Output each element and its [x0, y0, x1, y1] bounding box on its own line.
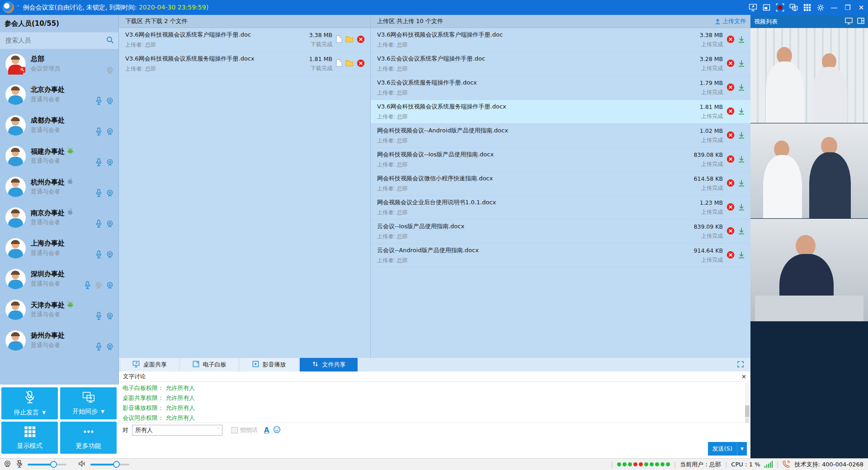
participant-row[interactable]: 深圳办事处普通与会者 — [0, 264, 119, 295]
send-button[interactable]: 发送(S) — [708, 442, 737, 456]
participant-row[interactable]: 福建办事处普通与会者 — [0, 141, 119, 172]
delete-icon[interactable] — [726, 83, 735, 93]
video-thumbnail[interactable] — [750, 219, 868, 322]
participant-row[interactable]: 总部会议管理员 — [0, 49, 119, 80]
camera-icon[interactable] — [106, 312, 113, 321]
start-sync-button[interactable]: 开始同步▼ — [60, 387, 117, 419]
expand-fullscreen-icon[interactable] — [737, 361, 744, 369]
upload-file-row[interactable]: V3.6网会科技视频会议系统服务端操作手册.docx上传者: 总部 1.81 M… — [371, 100, 750, 124]
camera-icon[interactable] — [95, 282, 102, 291]
send-options-caret[interactable]: ▼ — [737, 442, 747, 456]
participant-search-input[interactable]: 搜索人员 — [0, 33, 118, 49]
download-icon[interactable] — [738, 132, 745, 140]
download-icon[interactable] — [738, 36, 745, 44]
delete-icon[interactable] — [726, 131, 735, 141]
upload-file-button[interactable]: 上传文件 — [715, 17, 746, 25]
mic-muted-status-icon[interactable] — [16, 460, 23, 469]
window-mode-icon[interactable] — [760, 0, 773, 15]
recipient-select[interactable]: 所有人˅ — [132, 425, 222, 436]
stop-speaking-button[interactable]: 停止发言▼ — [1, 387, 58, 419]
camera-icon[interactable] — [106, 189, 113, 198]
download-icon[interactable] — [738, 251, 745, 260]
open-folder-icon[interactable] — [345, 36, 354, 44]
upload-file-row[interactable]: 网会科技视频会议--Android版产品使用指南.docx上传者: 总部 1.0… — [371, 124, 750, 148]
download-icon[interactable] — [738, 108, 745, 116]
open-folder-icon[interactable] — [345, 60, 354, 68]
mic-icon[interactable] — [95, 343, 102, 352]
download-icon[interactable] — [738, 155, 745, 164]
delete-icon[interactable] — [726, 203, 735, 212]
mic-icon[interactable] — [95, 220, 102, 229]
maximize-icon[interactable]: ❐ — [841, 0, 854, 15]
participant-row[interactable]: 扬州办事处普通与会者 — [0, 326, 119, 357]
emoji-icon[interactable] — [273, 426, 281, 435]
sync-screens-icon[interactable] — [787, 0, 800, 15]
download-file-row[interactable]: V3.6网会科技视频会议系统服务端操作手册.docx上传者: 总部 1.81 M… — [119, 52, 370, 76]
upload-file-row[interactable]: V3.6网会科技视频会议系统客户端操作手册.doc上传者: 总部 3.38 MB… — [371, 28, 750, 52]
download-file-row[interactable]: V3.6网会科技视频会议系统客户端操作手册.doc上传者: 总部 3.38 MB… — [119, 28, 370, 52]
video-thumbnail[interactable] — [750, 28, 868, 123]
camera-icon[interactable] — [106, 220, 113, 229]
tab-文件共享[interactable]: 文件共享 — [300, 358, 358, 371]
whisper-checkbox[interactable]: 悄悄话 — [231, 426, 258, 434]
mic-icon[interactable] — [95, 312, 102, 321]
open-file-icon[interactable] — [336, 35, 342, 44]
screen-share-icon[interactable] — [746, 0, 760, 15]
dropdown-caret-icon[interactable]: ▼ — [42, 410, 46, 415]
camera-icon[interactable] — [106, 97, 113, 106]
upload-file-row[interactable]: V3.6云会议会议系统客户端操作手册.doc上传者: 总部 3.28 MB上传完… — [371, 52, 750, 76]
webcam-status-icon[interactable] — [4, 460, 11, 469]
mic-icon[interactable] — [95, 158, 102, 168]
speaker-icon[interactable] — [78, 460, 86, 469]
participant-row[interactable]: 上海办事处普通与会者 — [0, 234, 119, 264]
layout-grid-icon[interactable] — [800, 0, 814, 15]
upload-file-row[interactable]: V3.6云会议系统服务端操作手册.docx上传者: 总部 1.79 MB上传完成 — [371, 76, 750, 100]
participant-row[interactable]: 杭州办事处普通与会者 — [0, 172, 119, 203]
delete-icon[interactable] — [726, 59, 735, 69]
camera-toggle-icon[interactable] — [845, 18, 853, 26]
delete-icon[interactable] — [357, 35, 365, 45]
participant-row[interactable]: 成都办事处普通与会者 — [0, 111, 119, 141]
search-icon[interactable] — [106, 36, 114, 45]
delete-icon[interactable] — [726, 227, 735, 236]
camera-icon[interactable] — [106, 282, 113, 291]
camera-icon[interactable] — [106, 251, 113, 260]
more-functions-button[interactable]: 更多功能 — [60, 422, 117, 454]
delete-icon[interactable] — [726, 251, 735, 260]
chat-close-icon[interactable]: ✕ — [741, 373, 746, 380]
camera-icon[interactable] — [106, 343, 113, 352]
tab-影音播放[interactable]: 影音播放 — [240, 358, 298, 371]
upload-file-row[interactable]: 云会议--Android版产品使用指南.docx上传者: 总部 914.64 K… — [371, 244, 750, 268]
display-mode-button[interactable]: 显示模式 — [1, 422, 58, 454]
camera-icon[interactable] — [106, 66, 113, 75]
upload-file-row[interactable]: 网会视频会议企业后台使用说明书1.0.1.docx上传者: 总部 1.23 MB… — [371, 196, 750, 220]
participant-row[interactable]: 南京办事处普通与会者 — [0, 203, 119, 234]
download-icon[interactable] — [738, 227, 745, 236]
delete-icon[interactable] — [726, 107, 735, 117]
dropdown-caret-icon[interactable]: ▼ — [101, 409, 104, 414]
title-chevron-down-icon[interactable]: ˅ — [17, 5, 19, 10]
chat-scrollbar[interactable] — [745, 383, 750, 423]
font-style-icon[interactable]: A — [264, 426, 269, 434]
mic-volume-slider[interactable] — [28, 464, 66, 465]
open-file-icon[interactable] — [336, 59, 342, 68]
participant-row[interactable]: 天津办事处普通与会者 — [0, 295, 119, 326]
upload-file-row[interactable]: 网会科技视频会议微信小程序快速指南.docx上传者: 总部 614.58 KB上… — [371, 172, 750, 196]
tab-桌面共享[interactable]: 桌面共享 — [121, 358, 179, 371]
delete-icon[interactable] — [726, 155, 735, 164]
record-icon[interactable] — [773, 0, 787, 15]
camera-icon[interactable] — [106, 128, 113, 137]
camera-icon[interactable] — [106, 159, 113, 168]
tab-电子白板[interactable]: 电子白板 — [180, 358, 238, 371]
mic-icon[interactable] — [95, 97, 102, 106]
mic-icon[interactable] — [84, 281, 91, 291]
delete-icon[interactable] — [726, 35, 735, 45]
mic-icon[interactable] — [95, 250, 102, 260]
download-icon[interactable] — [738, 203, 745, 212]
minimize-icon[interactable]: — — [827, 0, 841, 15]
video-thumbnail[interactable] — [750, 123, 868, 219]
close-icon[interactable]: ✕ — [854, 0, 868, 15]
upload-file-row[interactable]: 云会议--Ios版产品使用指南.docx上传者: 总部 839.09 KB上传完… — [371, 220, 750, 244]
video-layout-icon[interactable] — [857, 18, 864, 25]
download-icon[interactable] — [738, 84, 745, 92]
